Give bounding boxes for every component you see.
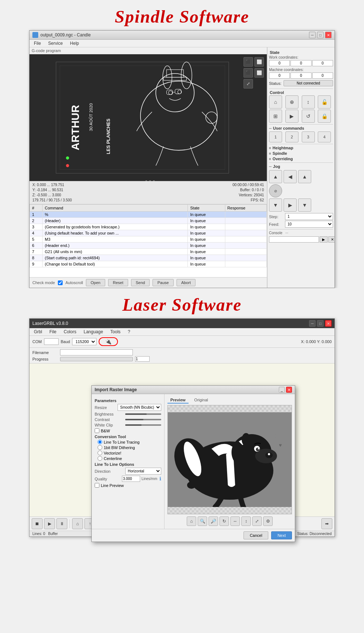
laser-menu-tools[interactable]: Tools [109, 329, 122, 335]
lbt-home2-btn[interactable]: ⌂ [72, 518, 83, 529]
laser-menu-help[interactable]: ? [126, 329, 132, 335]
laser-minimize-btn[interactable]: ─ [309, 320, 316, 327]
jog-z-up-btn[interactable]: ▲ [298, 170, 311, 183]
lbt-play-btn[interactable]: ▶ [44, 518, 55, 529]
quality-info-icon[interactable]: ℹ [159, 476, 161, 481]
view-top-btn[interactable]: ⬜ [254, 57, 264, 67]
connect-button[interactable]: 🔌 [101, 338, 116, 345]
coord-dims: 179.751 / 90.715 / 3.500 [32, 198, 72, 203]
lbt-stop-btn[interactable]: ⏹ [32, 518, 43, 529]
baw-checkbox[interactable] [95, 428, 99, 433]
dialog-icon-settings[interactable]: ⚙ [263, 516, 273, 526]
cell-num: 9 [30, 261, 43, 267]
preview-tab-preview[interactable]: Preview [167, 397, 189, 404]
zoom-fit-btn[interactable]: ⤢ [244, 79, 253, 89]
dialog-close-btn[interactable]: ✕ [286, 387, 292, 393]
zero-xy-btn[interactable]: ⊕ [285, 95, 298, 109]
conv-dither-radio[interactable] [98, 445, 102, 450]
preview-tab-original[interactable]: Original [191, 397, 211, 404]
cancel-button[interactable]: Cancel [244, 531, 268, 539]
baud-select[interactable]: 115200 [72, 338, 96, 345]
jog-z-down-btn[interactable]: ▼ [298, 198, 311, 212]
view-side-btn[interactable]: ⬜ [254, 68, 264, 78]
gcode-viewer[interactable]: ARTHUR 30 AOÛT 2020 LES PLANCHES [29, 54, 267, 181]
user-btn-4[interactable]: 4 [318, 131, 331, 142]
gcode-table-scroll[interactable]: # Command State Response 1 % In queue 2 … [29, 204, 267, 277]
lbt-nav-btn[interactable]: ➡ [321, 518, 332, 529]
minimize-button[interactable]: ─ [309, 32, 316, 38]
jog-icon: ─ [269, 165, 272, 169]
dialog-icon-zoom-out[interactable]: 🔎 [209, 516, 218, 526]
step-select[interactable]: 1 [285, 213, 333, 220]
filename-input[interactable] [60, 349, 133, 355]
conv-vector-radio[interactable] [98, 451, 102, 455]
jog-left-btn[interactable]: ◀ [284, 170, 297, 183]
zero-z-btn[interactable]: ↕ [302, 95, 315, 109]
lbt-pause2-btn[interactable]: ⏸ [56, 518, 67, 529]
next-button[interactable]: Next [271, 531, 292, 539]
laser-menu-language[interactable]: Language [82, 329, 104, 335]
line-preview-checkbox[interactable] [95, 483, 99, 488]
console-input[interactable] [269, 236, 319, 243]
dialog-icon-rotate[interactable]: ↻ [219, 516, 229, 526]
laser-menu-file[interactable]: File [48, 329, 58, 335]
menu-service[interactable]: Service [47, 40, 64, 46]
dialog-icon-zoom-in[interactable]: 🔍 [198, 516, 207, 526]
console-send-btn[interactable]: ▶ [320, 236, 328, 243]
frame-btn[interactable]: ⊞ [269, 110, 282, 123]
reset-button[interactable]: Reset [108, 279, 128, 286]
jog-collapsible[interactable]: ─ Jog [269, 164, 333, 169]
view-3d-btn[interactable]: ⬛ [244, 57, 253, 67]
lock-btn[interactable]: 🔒 [318, 110, 331, 123]
direction-select[interactable]: Horizontal [125, 468, 161, 475]
dialog-icon-flip-v[interactable]: ↕ [241, 516, 251, 526]
heightmap-collapsible[interactable]: ≡ Heightmap [269, 146, 333, 150]
dialog-min-btn[interactable]: _ [279, 387, 285, 393]
spindle-collapsible[interactable]: ≡ Spindle [269, 151, 333, 156]
open-button[interactable]: Open [86, 279, 105, 286]
autoscroll-checkbox[interactable] [58, 280, 63, 285]
quality-input[interactable] [122, 476, 140, 482]
jog-up-btn[interactable]: ▲ [269, 170, 282, 183]
view-front-btn[interactable]: ⬛ [244, 68, 253, 78]
maximize-button[interactable]: □ [317, 32, 324, 38]
jog-vertical: ▲ ⊘ ▼ [269, 170, 282, 212]
jog-down-btn[interactable]: ▼ [269, 198, 282, 212]
laser-menu-colors[interactable]: Colors [62, 329, 78, 335]
menu-help[interactable]: Help [68, 40, 80, 46]
contrast-slider[interactable] [125, 419, 161, 420]
resize-select[interactable]: Smooth (NN Bicubic) [118, 404, 161, 411]
conv-center-radio[interactable] [98, 456, 102, 461]
user-btn-2[interactable]: 2 [285, 131, 298, 142]
reset-ctrl-btn[interactable]: ↺ [302, 110, 315, 123]
send-button[interactable]: Send [131, 279, 150, 286]
abort-button[interactable]: Abort [177, 279, 195, 286]
console-clear-btn[interactable]: ✕ [328, 236, 335, 243]
menu-file[interactable]: File [32, 40, 42, 46]
close-button[interactable]: ✕ [325, 32, 332, 38]
contrast-row: Contrast [95, 417, 161, 422]
com-input[interactable] [44, 338, 59, 345]
unlock-btn[interactable]: 🔓 [318, 95, 331, 109]
run-btn[interactable]: ▶ [285, 110, 298, 123]
overriding-collapsible[interactable]: ≡ Overriding [269, 157, 333, 161]
progress-value-input[interactable] [135, 356, 150, 362]
home-button[interactable]: ⌂ [269, 95, 282, 109]
user-btn-1[interactable]: 1 [269, 131, 282, 142]
laser-close-btn[interactable]: ✕ [325, 320, 332, 327]
feed-select[interactable]: 10 [285, 221, 333, 228]
user-cmds-collapsible[interactable]: ─ User commands [269, 126, 333, 130]
laser-menu-grbl[interactable]: Grbl [32, 329, 44, 335]
dialog-icon-resize[interactable]: ⤢ [252, 516, 262, 526]
conv-line-radio[interactable] [98, 440, 102, 444]
white-clip-slider[interactable] [125, 424, 161, 426]
pause-button[interactable]: Pause [153, 279, 173, 286]
laser-maximize-btn[interactable]: □ [317, 320, 324, 327]
user-btn-3[interactable]: 3 [302, 131, 315, 142]
brightness-slider[interactable] [125, 413, 161, 415]
jog-right-btn[interactable]: ▶ [284, 198, 297, 212]
dialog-icon-flip-h[interactable]: ↔ [230, 516, 240, 526]
cell-command: (Change tool to Default tool) [42, 261, 188, 267]
dialog-icon-home[interactable]: ⌂ [187, 516, 196, 526]
jog-stop-btn[interactable]: ⊘ [269, 184, 282, 197]
